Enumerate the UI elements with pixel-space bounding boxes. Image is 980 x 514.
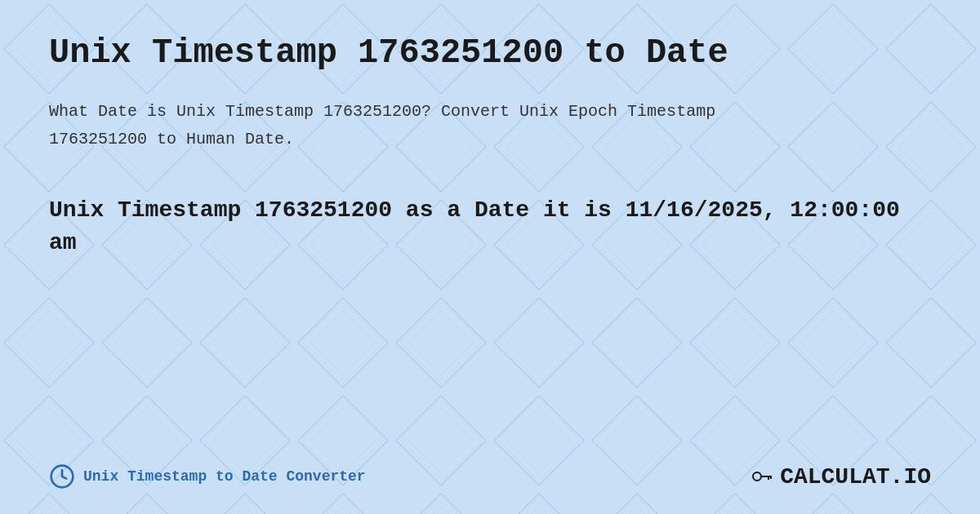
svg-point-5 <box>753 472 761 481</box>
result-text: Unix Timestamp 1763251200 as a Date it i… <box>49 194 931 258</box>
clock-icon <box>49 463 75 490</box>
page-title: Unix Timestamp 1763251200 to Date <box>49 33 931 73</box>
page-description: What Date is Unix Timestamp 1763251200? … <box>49 98 784 153</box>
footer-left: Unix Timestamp to Date Converter <box>49 463 366 490</box>
footer-link[interactable]: Unix Timestamp to Date Converter <box>83 468 366 485</box>
result-section: Unix Timestamp 1763251200 as a Date it i… <box>49 194 931 258</box>
logo-icon <box>751 464 775 489</box>
logo: CALCULAT.IO <box>751 464 931 490</box>
logo-text: CALCULAT.IO <box>780 464 931 490</box>
footer: Unix Timestamp to Date Converter CALCULA… <box>49 463 931 490</box>
